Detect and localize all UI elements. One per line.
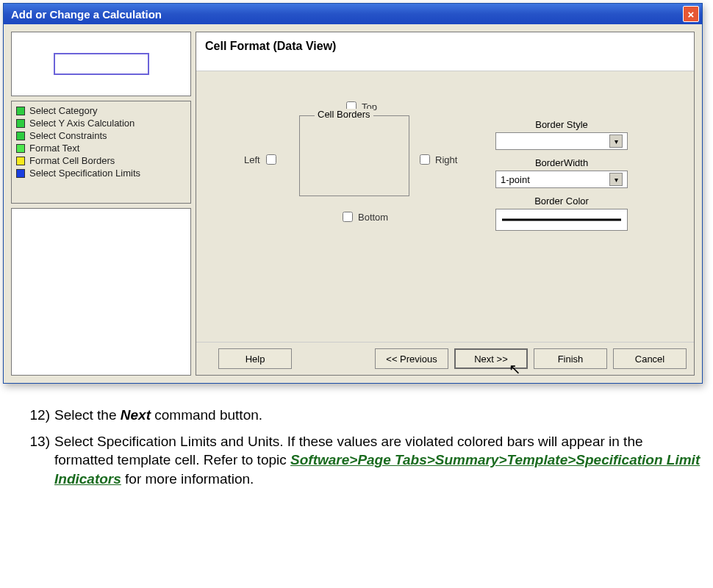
- wizard-steps: Select Category Select Y Axis Calculatio…: [11, 101, 191, 204]
- border-width-label: BorderWidth: [495, 157, 628, 168]
- wizard-buttons: Help << Previous Next >> Finish Cancel ↖: [196, 342, 694, 375]
- status-icon: [16, 157, 25, 165]
- step-label: Select Y Axis Calculation: [29, 118, 135, 129]
- chevron-down-icon: ▾: [609, 135, 623, 148]
- text: Select the: [54, 407, 121, 423]
- checkbox-input[interactable]: [420, 154, 430, 165]
- previous-button[interactable]: << Previous: [375, 348, 448, 369]
- step-label: Select Specification Limits: [29, 168, 140, 179]
- status-icon: [16, 107, 25, 115]
- dialog-window: Add or Change a Calculation × Select Cat…: [3, 3, 703, 384]
- titlebar: Add or Change a Calculation ×: [4, 4, 702, 24]
- border-style-select[interactable]: ▾: [495, 132, 628, 150]
- border-style-control: Border Style ▾: [495, 119, 628, 150]
- cancel-button[interactable]: Cancel: [613, 348, 687, 369]
- sidebar-spacer: [11, 208, 191, 376]
- status-icon: [16, 144, 25, 153]
- instruction-body: Select Specification Limits and Units. I…: [54, 432, 706, 489]
- instruction-13: 13) Select Specification Limits and Unit…: [29, 432, 706, 489]
- chevron-down-icon: ▾: [609, 173, 623, 186]
- step-format-text[interactable]: Format Text: [16, 142, 186, 154]
- preview-box: [11, 32, 191, 96]
- border-width-select[interactable]: 1-point ▾: [495, 171, 628, 188]
- checkbox-input[interactable]: [266, 154, 276, 165]
- wizard-sidebar: Select Category Select Y Axis Calculatio…: [11, 32, 191, 376]
- checkbox-label: Right: [435, 154, 457, 165]
- text: command button.: [151, 407, 262, 423]
- cell-borders-group: Cell Borders: [299, 115, 409, 196]
- border-width-control: BorderWidth 1-point ▾: [495, 157, 628, 188]
- wizard-main: Cell Format (Data View) Top Left Right B…: [196, 32, 695, 376]
- cell-format-body: Top Left Right Bottom Cell Borders: [196, 71, 694, 342]
- status-icon: [16, 132, 25, 140]
- step-select-constraints[interactable]: Select Constraints: [16, 129, 186, 142]
- step-select-category[interactable]: Select Category: [16, 104, 186, 117]
- preview-cell: [54, 53, 149, 75]
- checkbox-label: Bottom: [358, 212, 388, 223]
- cell-borders-fieldset: Cell Borders: [299, 115, 409, 196]
- instruction-number: 13): [29, 432, 54, 489]
- border-color-label: Border Color: [495, 196, 628, 207]
- text: for more information.: [121, 471, 254, 487]
- border-color-control: Border Color: [495, 196, 628, 231]
- border-color-select[interactable]: [495, 209, 628, 231]
- page-title: Cell Format (Data View): [196, 32, 694, 71]
- step-select-spec-limits[interactable]: Select Specification Limits: [16, 167, 186, 179]
- step-format-cell-borders[interactable]: Format Cell Borders: [16, 154, 186, 167]
- fieldset-legend: Cell Borders: [315, 109, 373, 120]
- checkbox-label: Left: [244, 154, 260, 165]
- checkbox-input[interactable]: [343, 212, 353, 222]
- checkbox-bottom[interactable]: Bottom: [340, 209, 388, 224]
- window-title: Add or Change a Calculation: [11, 8, 162, 21]
- status-icon: [16, 169, 25, 178]
- status-icon: [16, 119, 25, 128]
- instruction-text: 12) Select the Next command button. 13) …: [0, 387, 713, 503]
- help-button[interactable]: Help: [218, 348, 292, 369]
- checkbox-left[interactable]: Left: [244, 152, 279, 167]
- select-value: 1-point: [501, 174, 530, 185]
- instruction-12: 12) Select the Next command button.: [29, 406, 706, 425]
- emphasis: Next: [121, 407, 151, 423]
- dialog-content: Select Category Select Y Axis Calculatio…: [4, 24, 702, 383]
- step-label: Select Constraints: [29, 130, 107, 141]
- next-button[interactable]: Next >>: [454, 348, 528, 369]
- close-icon[interactable]: ×: [683, 6, 699, 22]
- instruction-body: Select the Next command button.: [54, 406, 706, 425]
- step-label: Select Category: [29, 105, 98, 116]
- instruction-number: 12): [29, 406, 54, 425]
- step-label: Format Cell Borders: [29, 155, 115, 166]
- finish-button[interactable]: Finish: [534, 348, 607, 369]
- step-select-y-axis[interactable]: Select Y Axis Calculation: [16, 117, 186, 129]
- border-properties: Border Style ▾ BorderWidth 1-point ▾: [495, 119, 628, 238]
- checkbox-right[interactable]: Right: [417, 152, 457, 167]
- border-style-label: Border Style: [495, 119, 628, 130]
- step-label: Format Text: [29, 143, 79, 154]
